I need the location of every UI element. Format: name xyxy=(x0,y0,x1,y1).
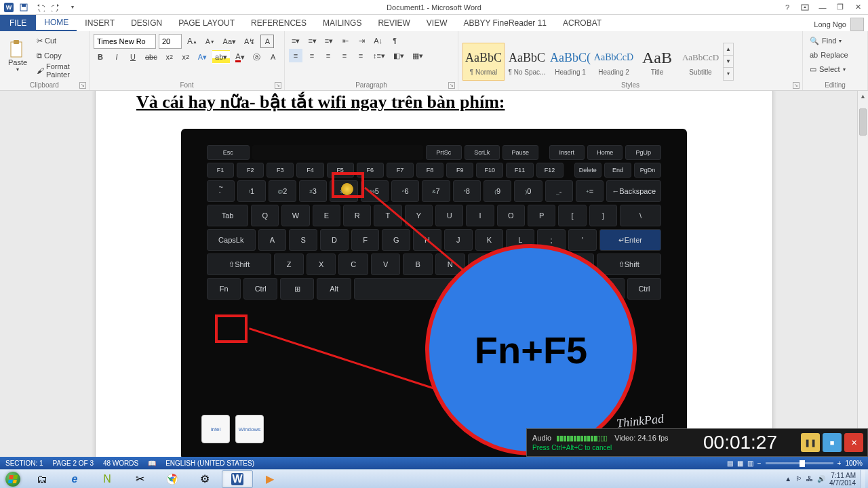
scroll-up-icon[interactable]: ▲ xyxy=(858,91,868,102)
tray-action-center-icon[interactable]: 🏳 xyxy=(795,475,802,483)
tab-review[interactable]: REVIEW xyxy=(370,15,418,31)
taskbar-file-explorer[interactable]: 🗂 xyxy=(26,470,58,488)
grow-font-button[interactable]: A▲ xyxy=(184,35,200,48)
view-print-icon[interactable]: ▦ xyxy=(737,460,743,467)
find-button[interactable]: 🔍Find▾ xyxy=(807,34,863,47)
font-color-button[interactable]: A▾ xyxy=(233,50,247,64)
ribbon-display-options[interactable] xyxy=(797,1,812,14)
replace-button[interactable]: abReplace xyxy=(807,48,863,62)
text-effects-button[interactable]: A▾ xyxy=(195,50,210,64)
clipboard-launcher[interactable]: ↘ xyxy=(79,82,86,89)
tab-references[interactable]: REFERENCES xyxy=(243,15,315,31)
sort-button[interactable]: A↓ xyxy=(371,34,385,47)
align-justify-button[interactable]: ≡ xyxy=(338,49,351,62)
status-page[interactable]: PAGE 2 OF 3 xyxy=(53,460,94,467)
status-section[interactable]: SECTION: 1 xyxy=(5,460,43,467)
zoom-slider[interactable] xyxy=(766,462,833,464)
tray-show-hidden[interactable]: ▲ xyxy=(785,475,791,483)
taskbar-media[interactable]: ▶ xyxy=(254,470,285,488)
show-marks-button[interactable]: ¶ xyxy=(388,34,401,47)
align-center-button[interactable]: ≡ xyxy=(305,49,319,62)
tab-mailings[interactable]: MAILINGS xyxy=(315,15,370,31)
user-area[interactable]: Long Ngo xyxy=(814,18,868,31)
taskbar-snipping[interactable]: ✂ xyxy=(124,470,155,488)
start-button[interactable] xyxy=(0,470,26,489)
qat-save-button[interactable] xyxy=(18,1,30,14)
view-read-icon[interactable]: ▤ xyxy=(727,460,733,467)
tab-view[interactable]: VIEW xyxy=(418,15,456,31)
taskbar-ie[interactable]: e xyxy=(59,470,90,488)
char-border-button[interactable]: A xyxy=(260,35,274,48)
align-right-button[interactable]: ≡ xyxy=(321,49,335,62)
change-case-button[interactable]: Aa▾ xyxy=(220,35,239,48)
tray-network-icon[interactable]: 🖧 xyxy=(806,475,813,483)
shrink-font-button[interactable]: A▼ xyxy=(203,35,218,48)
tab-abbyy[interactable]: ABBYY FineReader 11 xyxy=(455,15,555,31)
decrease-indent-button[interactable]: ⇤ xyxy=(338,34,352,47)
enclose-char-button[interactable]: ⓐ xyxy=(250,50,264,64)
style-heading2[interactable]: AaBbCcDHeading 2 xyxy=(593,43,635,81)
font-name-combo[interactable] xyxy=(94,34,156,49)
styles-launcher[interactable]: ↘ xyxy=(793,82,800,89)
recorder-pause-button[interactable]: ❚❚ xyxy=(801,433,820,452)
select-button[interactable]: ▭Select▾ xyxy=(807,62,863,76)
taskbar-utility[interactable]: ⚙ xyxy=(189,470,220,488)
zoom-value[interactable]: 100% xyxy=(845,460,863,467)
document-area[interactable]: Và cái hay nữa- bật tắt wifi ngay trên b… xyxy=(0,91,868,457)
italic-button[interactable]: I xyxy=(110,50,123,64)
tab-insert[interactable]: INSERT xyxy=(77,15,123,31)
line-spacing-button[interactable]: ↕≡▾ xyxy=(370,49,388,62)
status-words[interactable]: 48 WORDS xyxy=(103,460,138,467)
style-heading1[interactable]: AaBbC(Heading 1 xyxy=(549,43,591,81)
paragraph-launcher[interactable]: ↘ xyxy=(448,82,455,89)
proofing-icon[interactable]: 📖 xyxy=(148,460,156,467)
tab-acrobat[interactable]: ACROBAT xyxy=(555,15,610,31)
clear-format-button[interactable]: A↯ xyxy=(241,35,258,48)
maximize-button[interactable]: ❐ xyxy=(833,1,848,14)
borders-button[interactable]: ▦▾ xyxy=(410,49,426,62)
show-desktop-button[interactable] xyxy=(860,470,865,489)
increase-indent-button[interactable]: ⇥ xyxy=(355,34,368,47)
style-title[interactable]: AaBTitle xyxy=(636,43,678,81)
multilevel-list-button[interactable]: ≡▾ xyxy=(322,34,336,47)
status-language[interactable]: ENGLISH (UNITED STATES) xyxy=(165,460,254,467)
tab-home[interactable]: HOME xyxy=(36,15,77,31)
font-size-combo[interactable] xyxy=(159,34,182,49)
minimize-button[interactable]: — xyxy=(815,1,830,14)
scroll-thumb[interactable] xyxy=(859,108,867,136)
highlight-button[interactable]: ab▾ xyxy=(212,50,230,64)
bold-button[interactable]: B xyxy=(94,50,107,64)
shading-button[interactable]: ◧▾ xyxy=(391,49,407,62)
zoom-in-button[interactable]: + xyxy=(837,460,842,467)
view-web-icon[interactable]: ▥ xyxy=(747,460,753,467)
superscript-button[interactable]: x2 xyxy=(179,50,193,64)
subscript-button[interactable]: x2 xyxy=(163,50,176,64)
distributed-button[interactable]: ≡ xyxy=(354,49,368,62)
styles-gallery-scroll[interactable]: ▲▼▾ xyxy=(723,43,734,81)
taskbar-notepadpp[interactable]: N xyxy=(92,470,123,488)
numbering-button[interactable]: ≡▾ xyxy=(305,34,319,47)
zoom-out-button[interactable]: − xyxy=(757,460,762,467)
tab-design[interactable]: DESIGN xyxy=(123,15,170,31)
qat-redo-button[interactable] xyxy=(50,1,62,14)
strike-button[interactable]: abc xyxy=(142,50,160,64)
cut-button[interactable]: ✂ Cut xyxy=(34,34,59,47)
align-left-button[interactable]: ≡ xyxy=(289,49,302,62)
recorder-close-button[interactable]: ✕ xyxy=(844,433,863,452)
copy-button[interactable]: ⧉ Copy xyxy=(34,49,64,62)
tab-page-layout[interactable]: PAGE LAYOUT xyxy=(170,15,243,31)
scroll-track[interactable] xyxy=(858,102,868,446)
underline-button[interactable]: U xyxy=(126,50,140,64)
phonetic-button[interactable]: A xyxy=(267,50,280,64)
style-normal[interactable]: AaBbC¶ Normal xyxy=(462,43,505,81)
vertical-scrollbar[interactable]: ▲ ▼ xyxy=(857,91,868,457)
tray-volume-icon[interactable]: 🔊 xyxy=(817,475,825,483)
format-painter-button[interactable]: 🖌 Format Painter xyxy=(34,64,85,77)
taskbar-chrome[interactable] xyxy=(157,470,188,488)
bullets-button[interactable]: ≡▾ xyxy=(289,34,302,47)
help-button[interactable]: ? xyxy=(780,1,795,14)
style-subtitle[interactable]: AaBbCcDSubtitle xyxy=(679,43,722,81)
taskbar-clock[interactable]: 7:11 AM 4/7/2014 xyxy=(829,472,856,487)
qat-undo-button[interactable] xyxy=(34,1,46,14)
font-launcher[interactable]: ↘ xyxy=(275,82,281,89)
